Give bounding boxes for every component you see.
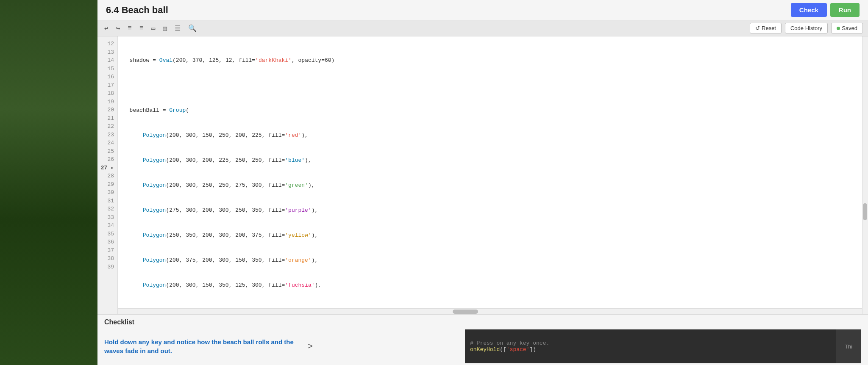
scrollbar-thumb-h[interactable] (453, 310, 478, 314)
checklist-item-text: Hold down any key and notice how the bea… (104, 337, 299, 355)
toolbar-left: ↩ ↪ ≡ ≡ ▭ ▤ ☰ 🔍 (103, 23, 198, 33)
checklist-code-panel: # Press on any key once. onKeyHold(['spa… (465, 329, 836, 363)
line-num-35: 35 (97, 230, 117, 238)
checklist-chevron[interactable]: > (304, 340, 316, 353)
checklist-right-edge: Thi (836, 329, 861, 363)
line-num-30: 30 (97, 188, 117, 197)
editor-area: 12 13 14 15 16 17 18 19 20 21 22 23 24 2… (97, 36, 868, 314)
code-editor[interactable]: shadow = Oval(200, 370, 125, 12, fill='d… (118, 36, 868, 314)
line-num-39: 39 (97, 263, 117, 271)
run-button[interactable]: Run (830, 3, 860, 17)
list-icon[interactable]: ☰ (173, 23, 182, 33)
line-num-29: 29 (97, 180, 117, 189)
checklist-code-call: onKeyHold(['space']) (470, 346, 831, 353)
code-line-12: shadow = Oval(200, 370, 125, 12, fill='d… (123, 56, 863, 65)
code-line-14: beachBall = Group( (123, 106, 863, 115)
code-line-15: Polygon(200, 300, 150, 250, 200, 225, fi… (123, 131, 863, 140)
line-num-33: 33 (97, 213, 117, 222)
code-line-16: Polygon(200, 300, 200, 225, 250, 250, fi… (123, 156, 863, 165)
checklist-header: Checklist (97, 315, 868, 328)
line-num-26: 26 (97, 155, 117, 164)
checklist-left: Hold down any key and notice how the bea… (104, 329, 465, 363)
line-num-28: 28 (97, 172, 117, 180)
checklist-code-comment: # Press on any key once. (470, 340, 831, 346)
line-num-18: 18 (97, 89, 117, 98)
undo-icon[interactable]: ↩ (103, 23, 110, 33)
saved-label: Saved (842, 25, 857, 31)
search-icon[interactable]: 🔍 (186, 23, 198, 33)
history-button[interactable]: Code History (785, 23, 828, 33)
main-content: 6.4 Beach ball Check Run ↩ ↪ ≡ ≡ ▭ ▤ ☰ 🔍… (97, 0, 868, 365)
toolbar-right: ↺ Reset Code History Saved (750, 23, 863, 33)
code-line-17: Polygon(200, 300, 250, 250, 275, 300, fi… (123, 181, 863, 190)
line-num-15: 15 (97, 65, 117, 73)
code-line-19: Polygon(250, 350, 200, 300, 200, 375, fi… (123, 231, 863, 240)
code-line-20: Polygon(200, 375, 200, 300, 150, 350, fi… (123, 256, 863, 265)
line-numbers: 12 13 14 15 16 17 18 19 20 21 22 23 24 2… (97, 36, 118, 314)
line-num-12: 12 (97, 40, 117, 48)
code-line-13 (123, 81, 863, 90)
line-num-17: 17 (97, 81, 117, 90)
line-num-13: 13 (97, 48, 117, 57)
check-button[interactable]: Check (791, 3, 827, 17)
line-num-36: 36 (97, 238, 117, 246)
line-num-16: 16 (97, 73, 117, 81)
left-panel (0, 0, 97, 365)
line-num-19: 19 (97, 98, 117, 106)
reset-button[interactable]: ↺ Reset (750, 23, 782, 33)
scrollbar-thumb-v[interactable] (863, 203, 867, 220)
toolbar: ↩ ↪ ≡ ≡ ▭ ▤ ☰ 🔍 ↺ Reset Code History Sav… (97, 20, 868, 36)
checklist-section: Checklist Hold down any key and notice h… (97, 314, 868, 365)
code-line-18: Polygon(275, 300, 200, 300, 250, 350, fi… (123, 206, 863, 215)
line-num-23: 23 (97, 131, 117, 139)
outdent-icon[interactable]: ≡ (138, 24, 145, 33)
code-container: 12 13 14 15 16 17 18 19 20 21 22 23 24 2… (97, 36, 868, 314)
line-num-25: 25 (97, 147, 117, 156)
page-title: 6.4 Beach ball (106, 5, 168, 16)
header-actions: Check Run (791, 3, 860, 17)
line-num-34: 34 (97, 221, 117, 230)
line-num-31: 31 (97, 197, 117, 205)
line-num-21: 21 (97, 114, 117, 123)
saved-indicator (837, 27, 840, 30)
saved-button[interactable]: Saved (831, 23, 863, 33)
scrollbar-vertical[interactable] (862, 36, 868, 314)
line-num-24: 24 (97, 139, 117, 147)
indent-icon[interactable]: ≡ (126, 24, 134, 33)
line-num-22: 22 (97, 122, 117, 131)
checklist-edge-label: Thi (845, 343, 852, 350)
line-num-20: 20 (97, 106, 117, 114)
scrollbar-horizontal[interactable] (118, 308, 862, 314)
comment-icon[interactable]: ▭ (150, 23, 157, 33)
header: 6.4 Beach ball Check Run (97, 0, 868, 20)
line-num-14: 14 (97, 56, 117, 65)
checklist-content: Hold down any key and notice how the bea… (97, 328, 868, 365)
line-num-27: 27 ▸ (97, 164, 117, 172)
line-num-32: 32 (97, 205, 117, 213)
line-num-38: 38 (97, 254, 117, 263)
redo-icon[interactable]: ↪ (114, 23, 122, 33)
line-num-37: 37 (97, 246, 117, 255)
block-icon[interactable]: ▤ (161, 23, 169, 33)
code-line-21: Polygon(200, 300, 150, 350, 125, 300, fi… (123, 281, 863, 290)
